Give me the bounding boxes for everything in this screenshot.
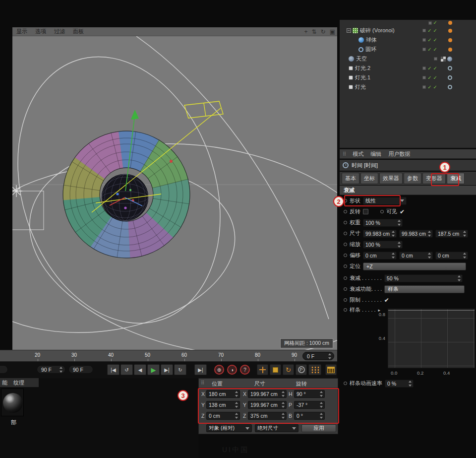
play-button[interactable]: ▶ xyxy=(147,364,160,375)
apply-button[interactable]: 应用 xyxy=(301,424,336,432)
anim-dot-icon[interactable] xyxy=(380,210,384,213)
autokey-button[interactable]: ◑ xyxy=(227,365,237,375)
anim-dot-icon[interactable] xyxy=(344,232,347,235)
tab-texture[interactable]: 纹理 xyxy=(13,379,24,387)
tab-coordinates[interactable]: 坐标 xyxy=(360,173,378,184)
tag-icon[interactable] xyxy=(448,21,452,25)
object-row-light1[interactable]: 灯光.1 ✓✓ xyxy=(340,73,476,82)
range-end-field[interactable]: 90 F xyxy=(68,365,93,374)
anim-dot-icon[interactable] xyxy=(344,264,347,268)
offset-z-field[interactable]: 0 cm xyxy=(435,252,468,260)
material-thumbnail[interactable] xyxy=(1,389,24,416)
anim-dot-icon[interactable] xyxy=(344,382,347,385)
object-row-torus[interactable]: 圆环 ✓✓ xyxy=(340,45,476,54)
play-backward-button[interactable]: ↺ xyxy=(120,364,133,375)
parent-tool-button[interactable]: P xyxy=(296,364,307,375)
layer-toggle[interactable] xyxy=(422,38,426,42)
anim-dot-icon[interactable] xyxy=(344,298,347,302)
menu-options[interactable]: 选项 xyxy=(35,28,46,35)
rot-h-field[interactable]: 90 ° xyxy=(294,390,325,398)
falloff-function-button[interactable]: 样条 xyxy=(384,285,465,293)
viewport-3d[interactable]: 显示 选项 过滤 面板 + ⇅ ↻ ▣ xyxy=(12,27,337,350)
shape-dropdown[interactable]: 线性 xyxy=(363,197,407,205)
object-row-sphere[interactable]: 球体 ✓✓ xyxy=(340,35,476,45)
object-row-light2[interactable]: 灯光.2 ✓✓ xyxy=(340,64,476,73)
size-z-field[interactable]: 187.5 cm xyxy=(435,230,468,238)
anim-dot-icon[interactable] xyxy=(344,287,347,291)
rot-p-field[interactable]: -37 ° xyxy=(294,401,325,409)
offset-x-field[interactable]: 0 cm xyxy=(363,252,397,260)
pos-x-field[interactable]: 180 cm xyxy=(206,390,240,398)
tab-function[interactable]: 能 xyxy=(2,379,7,387)
pan-icon[interactable]: + xyxy=(304,28,308,35)
zoom-icon[interactable]: ⇅ xyxy=(312,28,317,35)
anim-dot-icon[interactable] xyxy=(344,243,347,246)
menu-display[interactable]: 显示 xyxy=(16,28,27,35)
layout-table-button[interactable] xyxy=(325,364,337,375)
anim-dot-icon[interactable] xyxy=(344,254,347,257)
scale-tool-button[interactable] xyxy=(270,364,281,375)
tag-icon[interactable] xyxy=(448,29,452,33)
scale-field[interactable]: 100 % xyxy=(363,241,403,249)
layer-toggle[interactable] xyxy=(422,29,426,32)
layer-toggle[interactable] xyxy=(422,85,426,89)
tag-icon[interactable] xyxy=(448,48,452,52)
layer-toggle[interactable] xyxy=(422,66,426,70)
tab-effector[interactable]: 效果器 xyxy=(379,173,403,184)
invert-checkbox[interactable] xyxy=(363,209,368,214)
timeline-ruler[interactable]: 20 30 40 50 60 70 80 90 0 F xyxy=(0,350,337,362)
spline-graph[interactable] xyxy=(388,309,475,368)
visible-checkbox[interactable]: ✔ xyxy=(400,208,405,215)
move-tool-button[interactable] xyxy=(257,364,268,375)
anim-dot-icon[interactable] xyxy=(344,221,347,224)
tab-basic[interactable]: 基本 xyxy=(342,173,359,184)
menu-panel[interactable]: 面板 xyxy=(73,28,84,35)
orientation-button[interactable]: +Z xyxy=(363,262,466,270)
object-row-sky[interactable]: 天空 xyxy=(340,54,476,64)
go-start-button[interactable]: |◀ xyxy=(107,364,119,375)
menu-edit[interactable]: 编辑 xyxy=(370,150,381,158)
pos-y-field[interactable]: 138 cm xyxy=(206,401,240,409)
snap-settings-button[interactable] xyxy=(308,364,321,375)
maximize-icon[interactable]: ▣ xyxy=(330,28,335,35)
anim-dot-icon[interactable] xyxy=(344,276,347,280)
tag-icon[interactable] xyxy=(448,38,452,42)
falloff-field[interactable]: 50 % xyxy=(384,274,463,282)
light-tag-icon[interactable] xyxy=(448,75,452,80)
current-frame-field[interactable]: 0 F xyxy=(302,352,334,360)
spline-rate-field[interactable]: 0 % xyxy=(385,380,414,388)
light-tag-icon[interactable] xyxy=(448,85,452,89)
weight-field[interactable]: 100 % xyxy=(363,219,403,227)
rotate-tool-button[interactable]: ↻ xyxy=(283,364,294,375)
sky-material-icon[interactable] xyxy=(447,57,452,62)
layer-toggle[interactable] xyxy=(434,57,437,61)
menu-user-data[interactable]: 用户数据 xyxy=(388,150,410,158)
menu-filter[interactable]: 过滤 xyxy=(54,28,65,35)
size-x-field[interactable]: 99.983 cm xyxy=(363,230,397,238)
viewport-canvas[interactable]: 网格间距 : 1000 cm xyxy=(12,36,337,350)
tab-falloff[interactable]: 衰减 xyxy=(447,173,465,184)
clamp-checkbox[interactable]: ✔ xyxy=(384,297,389,304)
tab-parameters[interactable]: 参数 xyxy=(404,173,421,184)
prev-frame-button[interactable]: ◀ xyxy=(134,364,146,375)
expander-icon[interactable]: − xyxy=(347,28,351,33)
size-z-field[interactable]: 375 cm xyxy=(248,412,287,420)
play-forward-button[interactable]: ↻ xyxy=(174,364,186,375)
layer-toggle[interactable] xyxy=(422,76,426,79)
anim-dot-icon[interactable] xyxy=(344,199,347,202)
size-x-field[interactable]: 199.967 cm xyxy=(248,390,287,398)
size-mode-dropdown[interactable]: 绝对尺寸 xyxy=(255,424,298,432)
record-keyframe-button[interactable]: ⊕ xyxy=(214,365,224,375)
anim-dot-icon[interactable] xyxy=(344,308,347,312)
object-row-voronoi[interactable]: − 破碎 (Voronoi) ✓✓ xyxy=(340,26,476,35)
rot-b-field[interactable]: 0 ° xyxy=(294,412,325,420)
size-y-field[interactable]: 99.983 cm xyxy=(399,230,433,238)
rotate-view-icon[interactable]: ↻ xyxy=(321,28,326,35)
pos-z-field[interactable]: 0 cm xyxy=(206,412,240,420)
keyframe-options-button[interactable]: ? xyxy=(240,365,250,375)
anim-dot-icon[interactable] xyxy=(344,210,347,213)
tab-deformer[interactable]: 变形器 xyxy=(422,173,446,184)
layer-toggle[interactable] xyxy=(422,48,426,51)
go-end-button[interactable]: ▶| xyxy=(194,364,207,375)
frame-field-partial[interactable] xyxy=(0,365,8,374)
